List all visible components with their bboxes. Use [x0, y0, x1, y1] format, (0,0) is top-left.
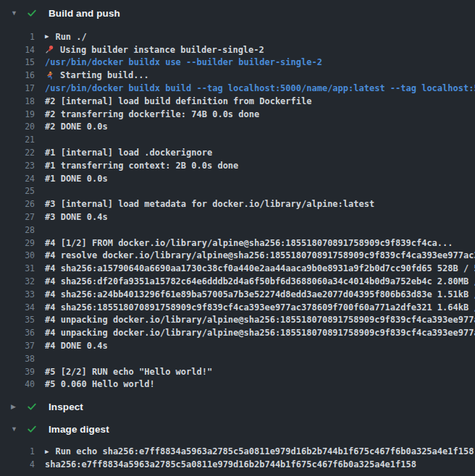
log-text: #4 sha256:185518070891758909c9f839cf4ca3…: [45, 302, 475, 313]
line-number[interactable]: 40: [0, 379, 35, 389]
line-number[interactable]: 30: [0, 250, 35, 260]
line-number[interactable]: 31: [0, 263, 35, 273]
log-line: 1▶Run ./: [0, 30, 475, 43]
log-text: Starting build...: [45, 70, 149, 80]
line-number[interactable]: 1: [0, 32, 35, 42]
log-line-text: #1 DONE 0.0s: [45, 174, 108, 184]
line-number[interactable]: 29: [0, 238, 35, 248]
status-success-icon: [27, 424, 37, 434]
log-line: 27#3 DONE 0.4s: [0, 211, 475, 224]
line-number[interactable]: 4: [0, 459, 35, 469]
chevron-right-icon[interactable]: ▶: [11, 404, 20, 410]
chevron-down-icon[interactable]: ▼: [11, 10, 20, 17]
log-line: 25: [0, 185, 475, 198]
line-number[interactable]: 28: [0, 225, 35, 235]
chevron-down-icon[interactable]: ▼: [11, 426, 20, 433]
section-header-inspect[interactable]: ▶Inspect: [0, 399, 475, 415]
log-line-text: #4 DONE 0.4s: [45, 341, 108, 351]
log-text: #3 [internal] load metadata for docker.i…: [45, 199, 374, 209]
line-number[interactable]: 32: [0, 276, 35, 286]
line-number[interactable]: 17: [0, 83, 35, 93]
line-number[interactable]: 15: [0, 57, 35, 67]
line-number[interactable]: 23: [0, 161, 35, 171]
line-number[interactable]: 1: [0, 446, 35, 456]
line-number[interactable]: 39: [0, 367, 35, 377]
log-line-text: #3 [internal] load metadata for docker.i…: [45, 199, 374, 209]
log-line-text: Run echo sha256:e7ff8834a5963a2785c5a081…: [55, 446, 474, 456]
log-line-text: #4 sha256:185518070891758909c9f839cf4ca3…: [45, 302, 475, 313]
log-line-text: /usr/bin/docker buildx use --builder bui…: [45, 57, 322, 67]
log-line: 32#4 sha256:df20fa9351a15782c64e6dddb2d4…: [0, 275, 475, 288]
line-number[interactable]: 24: [0, 174, 35, 184]
log-line: 39#5 [2/2] RUN echo "Hello world!": [0, 365, 475, 378]
log-line: 37#4 DONE 0.4s: [0, 339, 475, 352]
log-text: #4 unpacking docker.io/library/alpine@sh…: [45, 315, 475, 325]
log-line: 36#4 unpacking docker.io/library/alpine@…: [0, 326, 475, 339]
log-line-text: #4 sha256:df20fa9351a15782c64e6dddb2d4a6…: [45, 276, 475, 286]
log-line: 31#4 sha256:a15790640a6690aa1730c38cf0a4…: [0, 262, 475, 275]
line-number[interactable]: 35: [0, 315, 35, 325]
section-header-image-digest[interactable]: ▼Image digest: [0, 421, 475, 437]
log-line: 1▶Run echo sha256:e7ff8834a5963a2785c5a0…: [0, 445, 475, 458]
log-text: ▶Run echo sha256:e7ff8834a5963a2785c5a08…: [45, 446, 474, 456]
section-header-build-and-push[interactable]: ▼Build and push: [0, 5, 475, 21]
log-text: sha256:e7ff8834a5963a2785c5a0811e979d16b…: [45, 459, 416, 469]
expand-group-icon[interactable]: ▶: [45, 33, 49, 40]
log-text: #2 [internal] load build definition from…: [45, 96, 311, 106]
log-line-text: /usr/bin/docker buildx build --tag local…: [45, 83, 475, 93]
log-line: 24#1 DONE 0.0s: [0, 172, 475, 185]
line-number[interactable]: 21: [0, 135, 35, 145]
log-line: 38: [0, 352, 475, 365]
log-line-text: #4 unpacking docker.io/library/alpine@sh…: [45, 315, 475, 325]
log-line: 23#1 transferring context: 2B 0.0s done: [0, 159, 475, 172]
log-lines-build-and-push: 1▶Run ./14Using builder instance builder…: [0, 30, 475, 391]
line-number[interactable]: 18: [0, 96, 35, 106]
log-text: #3 DONE 0.4s: [45, 212, 108, 222]
check-icon: [27, 424, 37, 434]
line-number[interactable]: 22: [0, 148, 35, 158]
log-line-text: #2 [internal] load build definition from…: [45, 96, 311, 106]
line-number[interactable]: 37: [0, 341, 35, 351]
runner-icon: [45, 71, 54, 80]
line-number[interactable]: 33: [0, 289, 35, 299]
log-line-text: #5 0.060 Hello world!: [45, 379, 155, 389]
log-line: 16Starting build...: [0, 69, 475, 82]
log-line-text: #4 sha256:a24bb4013296f61e89ba57005a7b3e…: [45, 289, 475, 299]
log-text: #4 unpacking docker.io/library/alpine@sh…: [45, 328, 475, 338]
expand-group-icon[interactable]: ▶: [45, 449, 49, 455]
log-text: ▶Run ./: [45, 32, 87, 42]
line-number[interactable]: 27: [0, 212, 35, 222]
log-text: #4 sha256:df20fa9351a15782c64e6dddb2d4a6…: [45, 276, 475, 286]
log-line-text: Using builder instance builder-single-2: [60, 45, 264, 55]
status-success-icon: [27, 8, 37, 18]
log-line: 18#2 [internal] load build definition fr…: [0, 95, 475, 108]
status-success-icon: [27, 401, 37, 412]
log-line-text: #4 unpacking docker.io/library/alpine@sh…: [45, 328, 475, 338]
log-line: 28: [0, 224, 475, 237]
log-line-text: #5 [2/2] RUN echo "Hello world!": [45, 367, 212, 377]
log-line-text: #1 [internal] load .dockerignore: [45, 148, 212, 158]
section-title-image-digest: Image digest: [49, 424, 109, 435]
pushpin-icon: [45, 45, 54, 54]
log-line-text: sha256:e7ff8834a5963a2785c5a0811e979d16b…: [45, 459, 416, 469]
log-line: 21: [0, 133, 475, 146]
log-line: 14Using builder instance builder-single-…: [0, 43, 475, 56]
line-number[interactable]: 25: [0, 186, 35, 196]
actions-log-viewer: ▼Build and push1▶Run ./14Using builder i…: [0, 0, 475, 476]
line-number[interactable]: 14: [0, 45, 35, 55]
log-text: #1 transferring context: 2B 0.0s done: [45, 161, 238, 171]
line-number[interactable]: 20: [0, 122, 35, 132]
log-line: 22#1 [internal] load .dockerignore: [0, 146, 475, 159]
log-line: 19#2 transferring dockerfile: 74B 0.0s d…: [0, 108, 475, 121]
line-number[interactable]: 19: [0, 109, 35, 119]
log-text: #5 0.060 Hello world!: [45, 379, 155, 389]
log-line-text: #2 DONE 0.0s: [45, 122, 108, 132]
line-number[interactable]: 26: [0, 199, 35, 209]
line-number[interactable]: 34: [0, 302, 35, 313]
line-number[interactable]: 16: [0, 70, 35, 80]
line-number[interactable]: 38: [0, 354, 35, 364]
log-line: 17/usr/bin/docker buildx build --tag loc…: [0, 82, 475, 95]
log-line-text: #1 transferring context: 2B 0.0s done: [45, 161, 238, 171]
check-icon: [27, 401, 37, 412]
line-number[interactable]: 36: [0, 328, 35, 338]
